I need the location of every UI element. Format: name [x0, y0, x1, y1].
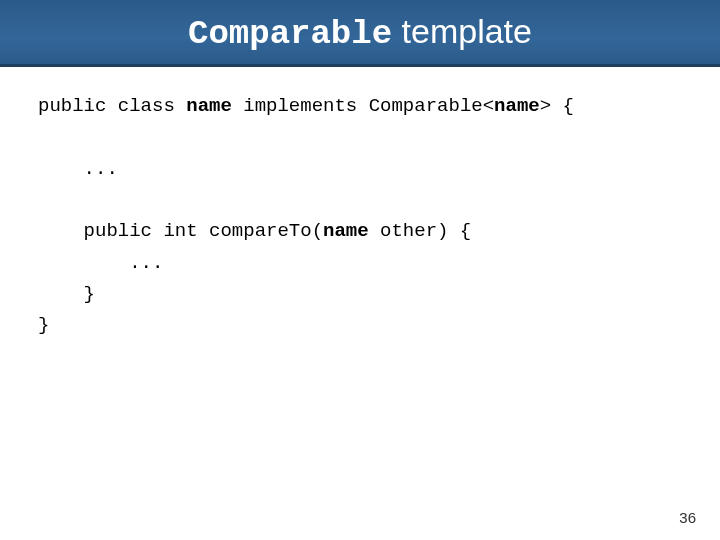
- slide-title: Comparable template: [188, 12, 532, 53]
- code-bold-name-2: name: [494, 95, 540, 117]
- code-ellipsis: ...: [38, 158, 118, 180]
- code-block: public class name implements Comparable<…: [0, 67, 720, 342]
- code-text: > {: [540, 95, 574, 117]
- title-mono: Comparable: [188, 15, 392, 53]
- code-text: other) {: [369, 220, 472, 242]
- page-number: 36: [679, 509, 696, 526]
- code-text: public class: [38, 95, 186, 117]
- code-ellipsis: ...: [38, 252, 163, 274]
- slide: Comparable template public class name im…: [0, 0, 720, 540]
- code-bold-name-3: name: [323, 220, 369, 242]
- code-brace: }: [38, 283, 95, 305]
- code-text: public int compareTo(: [38, 220, 323, 242]
- title-sans: template: [392, 12, 532, 50]
- code-bold-name-1: name: [186, 95, 232, 117]
- title-bar: Comparable template: [0, 0, 720, 67]
- code-text: implements Comparable<: [232, 95, 494, 117]
- code-brace: }: [38, 314, 49, 336]
